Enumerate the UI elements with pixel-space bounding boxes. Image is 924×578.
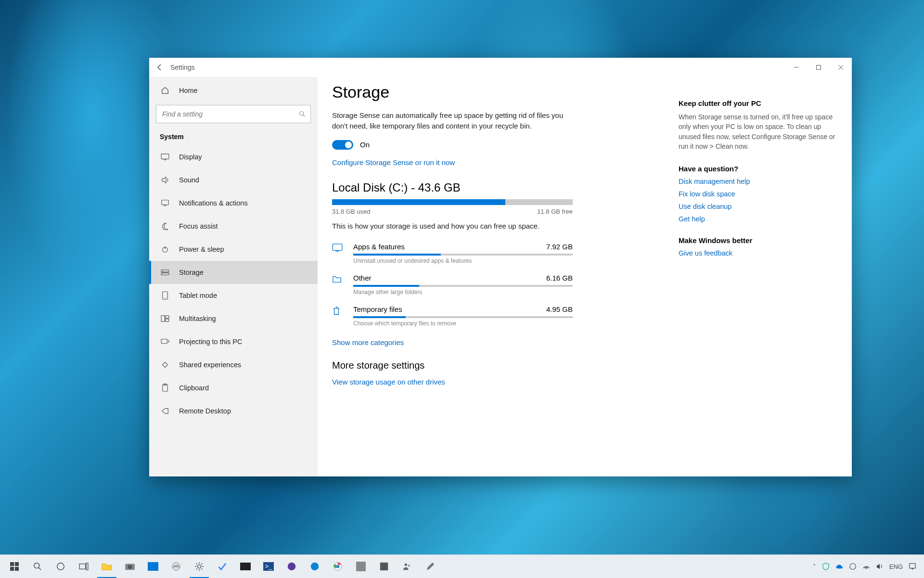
disk-free-label: 11.8 GB free	[537, 208, 573, 215]
tray-onedrive-icon[interactable]	[835, 564, 843, 569]
search-button[interactable]	[26, 555, 49, 578]
taskbar-app-camera[interactable]	[118, 555, 141, 578]
taskbar-app[interactable]	[419, 555, 442, 578]
category-temp[interactable]: Temporary files4.95 GB Choose which temp…	[332, 300, 573, 332]
task-view-icon	[79, 563, 89, 570]
taskbar-app-explorer[interactable]	[95, 555, 118, 578]
sidebar-item-remote-desktop[interactable]: Remote Desktop	[149, 399, 318, 423]
search-box[interactable]	[156, 105, 311, 123]
sidebar-item-notifications[interactable]: Notifications & actions	[149, 192, 318, 215]
taskbar-app[interactable]	[141, 555, 165, 578]
svg-rect-12	[166, 316, 169, 318]
search-icon	[299, 111, 306, 117]
svg-point-35	[405, 564, 407, 566]
window-title: Settings	[170, 64, 195, 71]
taskbar-app[interactable]	[372, 555, 396, 578]
sidebar-item-multitasking[interactable]: Multitasking	[149, 307, 318, 330]
sidebar-item-label: Multitasking	[179, 315, 216, 322]
taskbar-app[interactable]	[349, 555, 372, 578]
svg-rect-17	[333, 244, 342, 250]
system-tray[interactable]: ˄ ENG	[813, 563, 921, 570]
tray-security-icon[interactable]	[822, 563, 830, 570]
sidebar-item-label: Display	[179, 153, 202, 161]
tray-language[interactable]: ENG	[889, 563, 903, 570]
sidebar-item-focus-assist[interactable]: Focus assist	[149, 215, 318, 238]
category-other[interactable]: Other6.16 GB Manage other large folders	[332, 269, 573, 300]
storage-sense-toggle[interactable]	[332, 140, 353, 150]
taskbar-app-edge[interactable]	[303, 555, 326, 578]
help-link-disk-cleanup[interactable]: Use disk cleanup	[679, 203, 837, 210]
chrome-icon	[333, 562, 343, 571]
taskbar-app-chrome[interactable]	[326, 555, 349, 578]
sidebar-item-projecting[interactable]: Projecting to this PC	[149, 330, 318, 353]
maximize-icon	[816, 64, 821, 70]
sidebar-home-label: Home	[179, 87, 198, 94]
svg-rect-15	[163, 385, 168, 391]
feedback-link[interactable]: Give us feedback	[679, 249, 837, 257]
search-input[interactable]	[161, 110, 299, 118]
tray-action-center-icon[interactable]	[909, 563, 916, 570]
file-explorer-icon	[102, 562, 112, 571]
start-button[interactable]	[3, 555, 26, 578]
more-storage-heading: More storage settings	[332, 360, 654, 371]
main-content: Storage Storage Sense can automatically …	[318, 77, 679, 476]
close-button[interactable]	[830, 58, 852, 77]
help-link-disk-management[interactable]: Disk management help	[679, 178, 837, 185]
close-icon	[838, 64, 844, 70]
taskbar-app[interactable]	[396, 555, 419, 578]
sidebar-item-label: Notifications & actions	[179, 199, 248, 207]
sidebar-home[interactable]: Home	[149, 79, 318, 102]
disk-hint: This is how your storage is used and how…	[332, 222, 654, 230]
edge-icon	[310, 562, 320, 571]
tray-volume-icon[interactable]	[876, 563, 884, 570]
settings-window: Settings Home System Display Sound Notif…	[149, 58, 852, 476]
svg-rect-18	[10, 562, 14, 566]
sidebar-item-shared-experiences[interactable]: Shared experiences	[149, 353, 318, 376]
task-view-button[interactable]	[72, 555, 95, 578]
sidebar-item-tablet-mode[interactable]: Tablet mode	[149, 284, 318, 307]
taskbar-app-powershell[interactable]: >_	[257, 555, 280, 578]
category-hint: Uninstall unused or undesired apps & fea…	[353, 257, 573, 264]
maximize-button[interactable]	[808, 58, 830, 77]
tray-app-icon[interactable]	[849, 563, 857, 570]
sidebar-item-clipboard[interactable]: Clipboard	[149, 376, 318, 399]
sound-icon	[160, 175, 170, 185]
sidebar-item-storage[interactable]: Storage	[149, 261, 318, 284]
sidebar-category: System	[149, 130, 318, 145]
sidebar-item-power-sleep[interactable]: Power & sleep	[149, 238, 318, 261]
taskbar-app[interactable]	[165, 555, 188, 578]
tray-chevron-up-icon[interactable]: ˄	[813, 563, 816, 570]
taskbar-app-settings[interactable]	[188, 555, 211, 578]
tray-network-icon[interactable]	[862, 563, 870, 570]
category-bar	[353, 316, 573, 318]
tip-heading: Keep clutter off your PC	[679, 99, 837, 107]
back-button[interactable]	[149, 64, 170, 71]
taskbar-app-terminal[interactable]	[234, 555, 257, 578]
view-other-drives-link[interactable]: View storage usage on other drives	[332, 378, 445, 386]
help-link-get-help[interactable]: Get help	[679, 215, 837, 223]
svg-point-38	[866, 568, 867, 569]
todo-icon	[218, 562, 227, 571]
minimize-icon	[794, 64, 799, 70]
sidebar: Home System Display Sound Notifications …	[149, 77, 318, 476]
clipboard-icon	[160, 383, 170, 393]
remote-icon	[160, 406, 170, 416]
sidebar-item-sound[interactable]: Sound	[149, 168, 318, 192]
terminal-icon	[240, 563, 251, 570]
taskbar-app[interactable]	[280, 555, 303, 578]
cortana-button[interactable]	[49, 555, 72, 578]
category-apps[interactable]: Apps & features7.92 GB Uninstall unused …	[332, 238, 573, 269]
question-heading: Have a question?	[679, 165, 837, 173]
sidebar-item-label: Power & sleep	[179, 245, 224, 253]
sidebar-item-display[interactable]: Display	[149, 145, 318, 168]
feedback-heading: Make Windows better	[679, 236, 837, 244]
svg-point-31	[311, 563, 319, 570]
minimize-button[interactable]	[785, 58, 808, 77]
configure-storage-sense-link[interactable]: Configure Storage Sense or run it now	[332, 158, 455, 167]
help-link-low-disk-space[interactable]: Fix low disk space	[679, 190, 837, 198]
taskbar-app[interactable]	[211, 555, 234, 578]
storage-icon	[160, 267, 170, 278]
category-name: Other	[353, 274, 372, 282]
notifications-icon	[160, 198, 170, 208]
show-more-categories-link[interactable]: Show more categories	[332, 338, 404, 347]
